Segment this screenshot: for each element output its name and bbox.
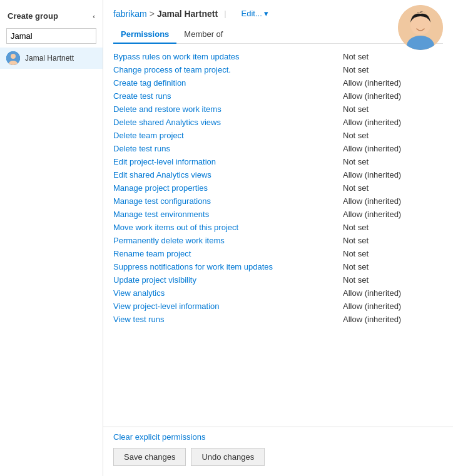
table-row: Delete team projectNot set (113, 129, 443, 142)
main-content: fabrikam > Jamal Hartnett | Edit... ▾ Pe… (103, 0, 453, 476)
edit-label: Edit... (242, 9, 262, 18)
create-group-label: Create group (8, 11, 58, 21)
permission-name[interactable]: Delete shared Analytics views (113, 118, 343, 127)
table-row: Delete and restore work itemsNot set (113, 103, 443, 116)
permission-name[interactable]: Create tag definition (113, 78, 343, 88)
tabs-bar: Permissions Member of (113, 26, 443, 44)
avatar (6, 51, 20, 65)
permission-name[interactable]: Create test runs (113, 91, 343, 101)
permission-value: Not set (343, 104, 443, 114)
permission-name[interactable]: View analytics (113, 288, 343, 298)
table-row: Move work items out of this projectNot s… (113, 221, 443, 234)
permission-value: Not set (343, 65, 443, 74)
permission-value: Not set (343, 236, 443, 245)
permission-value: Not set (343, 262, 443, 271)
permission-value: Not set (343, 157, 443, 166)
table-row: Permanently delete work itemsNot set (113, 234, 443, 247)
permission-name[interactable]: Manage test configurations (113, 196, 343, 206)
permission-value: Allow (inherited) (343, 78, 443, 88)
create-group-header: Create group ‹ (0, 8, 103, 24)
table-row: Edit shared Analytics viewsAllow (inheri… (113, 168, 443, 181)
user-avatar-large (398, 5, 443, 50)
permission-name[interactable]: Update project visibility (113, 275, 343, 285)
table-row: Delete test runsAllow (inherited) (113, 142, 443, 155)
table-row: View project-level informationAllow (inh… (113, 300, 443, 313)
permission-value: Allow (inherited) (343, 196, 443, 206)
sidebar-user-name: Jamal Hartnett (25, 54, 74, 63)
permission-name[interactable]: Delete team project (113, 131, 343, 140)
permission-name[interactable]: View test runs (113, 315, 343, 324)
sidebar: Create group ‹ Jamal Hartnett (0, 0, 103, 476)
svg-point-1 (11, 54, 16, 59)
permission-value: Allow (inherited) (343, 210, 443, 219)
permission-name[interactable]: Delete and restore work items (113, 104, 343, 114)
sidebar-collapse-icon[interactable]: ‹ (93, 13, 95, 20)
permission-name[interactable]: Rename team project (113, 249, 343, 258)
table-row: Rename team projectNot set (113, 247, 443, 260)
table-row: View analyticsAllow (inherited) (113, 286, 443, 300)
tab-member-of[interactable]: Member of (176, 26, 230, 44)
table-row: Create tag definitionAllow (inherited) (113, 76, 443, 89)
permission-name[interactable]: Manage project properties (113, 183, 343, 193)
permission-value: Not set (343, 223, 443, 232)
permission-value: Allow (inherited) (343, 170, 443, 180)
header-divider: | (224, 9, 226, 18)
breadcrumb-user: Jamal Hartnett (157, 9, 218, 19)
table-row: Change process of team project.Not set (113, 63, 443, 76)
permission-value: Allow (inherited) (343, 91, 443, 101)
table-row: Delete shared Analytics viewsAllow (inhe… (113, 116, 443, 129)
permission-name[interactable]: View project-level information (113, 301, 343, 311)
permission-name[interactable]: Manage test environments (113, 210, 343, 219)
permission-name[interactable]: Suppress notifications for work item upd… (113, 262, 343, 271)
save-button[interactable]: Save changes (113, 448, 186, 466)
breadcrumb-separator: > (150, 9, 155, 19)
table-row: View test runsAllow (inherited) (113, 313, 443, 326)
permission-value: Not set (343, 131, 443, 140)
permission-value: Not set (343, 249, 443, 258)
table-row: Manage test environmentsAllow (inherited… (113, 208, 443, 221)
table-row: Create test runsAllow (inherited) (113, 89, 443, 103)
permission-name[interactable]: Change process of team project. (113, 65, 343, 74)
sidebar-search-input[interactable] (6, 28, 96, 44)
table-row: Manage test configurationsAllow (inherit… (113, 195, 443, 208)
table-row: Suppress notifications for work item upd… (113, 260, 443, 273)
permission-value: Not set (343, 183, 443, 193)
breadcrumb-org[interactable]: fabrikam (113, 9, 147, 19)
permission-value: Not set (343, 52, 443, 61)
permission-name[interactable]: Delete test runs (113, 144, 343, 153)
permission-name[interactable]: Edit project-level information (113, 157, 343, 166)
permissions-list: Bypass rules on work item updatesNot set… (103, 44, 453, 427)
table-row: Update project visibilityNot set (113, 273, 443, 286)
permission-value: Allow (inherited) (343, 118, 443, 127)
permission-name[interactable]: Move work items out of this project (113, 223, 343, 232)
permission-value: Allow (inherited) (343, 301, 443, 311)
edit-button[interactable]: Edit... ▾ (239, 8, 271, 19)
permission-name[interactable]: Permanently delete work items (113, 236, 343, 245)
permission-value: Allow (inherited) (343, 315, 443, 324)
table-row: Bypass rules on work item updatesNot set (113, 50, 443, 63)
permission-name[interactable]: Bypass rules on work item updates (113, 52, 343, 61)
clear-permissions-link[interactable]: Clear explicit permissions (113, 432, 205, 442)
undo-button[interactable]: Undo changes (191, 448, 265, 466)
tab-permissions[interactable]: Permissions (113, 26, 176, 44)
table-row: Edit project-level informationNot set (113, 155, 443, 168)
permission-value: Not set (343, 275, 443, 285)
permission-value: Allow (inherited) (343, 144, 443, 153)
permission-name[interactable]: Edit shared Analytics views (113, 170, 343, 180)
permission-value: Allow (inherited) (343, 288, 443, 298)
breadcrumb: fabrikam > Jamal Hartnett (113, 9, 218, 19)
edit-chevron-icon: ▾ (264, 9, 268, 18)
footer: Clear explicit permissions Save changes … (103, 427, 453, 476)
footer-buttons: Save changes Undo changes (113, 448, 443, 466)
sidebar-item-jamal-hartnett[interactable]: Jamal Hartnett (0, 48, 103, 69)
table-row: Manage project propertiesNot set (113, 181, 443, 195)
